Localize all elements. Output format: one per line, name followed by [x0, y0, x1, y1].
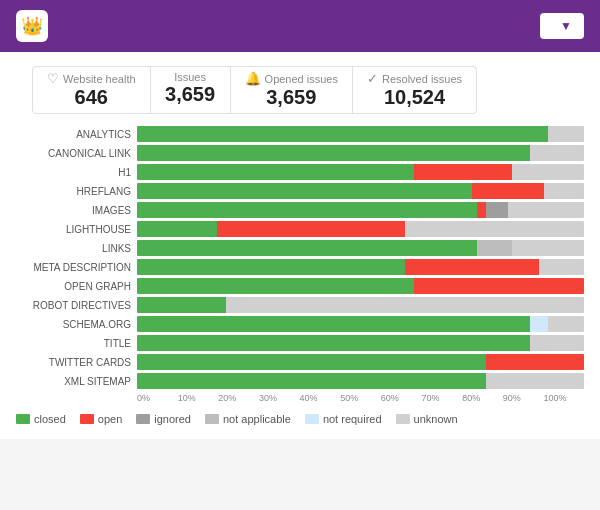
- metric-label-1: Issues: [165, 71, 216, 83]
- chevron-down-icon: ▼: [560, 19, 572, 33]
- bar-segment: [472, 183, 544, 199]
- chart-row[interactable]: ROBOT DIRECTIVES: [16, 297, 584, 313]
- bar-segment: [477, 202, 486, 218]
- row-label: HREFLANG: [16, 186, 131, 197]
- chart-row[interactable]: LIGHTHOUSE: [16, 221, 584, 237]
- chart-row[interactable]: OPEN GRAPH: [16, 278, 584, 294]
- bar-segment: [486, 354, 584, 370]
- bar-container: [137, 240, 584, 256]
- bar-segment: [137, 221, 217, 237]
- bar-segment: [530, 335, 584, 351]
- chart-row[interactable]: IMAGES: [16, 202, 584, 218]
- chart-row[interactable]: META DESCRIPTION: [16, 259, 584, 275]
- bar-segment: [414, 164, 512, 180]
- chart-row[interactable]: TWITTER CARDS: [16, 354, 584, 370]
- legend-swatch-5: [396, 414, 410, 424]
- legend-label-1: open: [98, 413, 122, 425]
- chart-row[interactable]: CANONICAL LINK: [16, 145, 584, 161]
- metric-item-1: Issues 3,659: [151, 67, 231, 113]
- bar-segment: [137, 354, 486, 370]
- bar-segment: [137, 240, 477, 256]
- row-label: ROBOT DIRECTIVES: [16, 300, 131, 311]
- metric-label-3: ✓ Resolved issues: [367, 71, 462, 86]
- row-label: META DESCRIPTION: [16, 262, 131, 273]
- chart-row[interactable]: TITLE: [16, 335, 584, 351]
- bar-container: [137, 145, 584, 161]
- bar-segment: [137, 278, 414, 294]
- row-label: LIGHTHOUSE: [16, 224, 131, 235]
- bar-segment: [414, 278, 584, 294]
- legend-item-1: open: [80, 413, 122, 425]
- row-label: LINKS: [16, 243, 131, 254]
- legend-item-0: closed: [16, 413, 66, 425]
- bar-segment: [539, 259, 584, 275]
- bar-segment: [530, 316, 548, 332]
- x-tick: 90%: [503, 393, 544, 403]
- bar-container: [137, 202, 584, 218]
- bar-segment: [137, 202, 477, 218]
- x-tick: 30%: [259, 393, 300, 403]
- x-tick: 80%: [462, 393, 503, 403]
- bar-container: [137, 221, 584, 237]
- bar-segment: [226, 297, 584, 313]
- row-label: XML SITEMAP: [16, 376, 131, 387]
- logo-icon: 👑: [16, 10, 48, 42]
- date-picker[interactable]: ▼: [540, 13, 584, 39]
- bar-segment: [137, 373, 486, 389]
- metric-label-2: 🔔 Opened issues: [245, 71, 338, 86]
- metric-icon-0: ♡: [47, 71, 59, 86]
- bar-segment: [137, 164, 414, 180]
- x-tick: 70%: [421, 393, 462, 403]
- bar-segment: [137, 316, 530, 332]
- chart-row[interactable]: XML SITEMAP: [16, 373, 584, 389]
- legend-label-5: unknown: [414, 413, 458, 425]
- bar-segment: [512, 164, 584, 180]
- bar-segment: [137, 297, 226, 313]
- legend-item-3: not applicable: [205, 413, 291, 425]
- bar-segment: [530, 145, 584, 161]
- legend-label-4: not required: [323, 413, 382, 425]
- bar-segment: [405, 259, 539, 275]
- bar-container: [137, 297, 584, 313]
- bar-segment: [486, 373, 584, 389]
- x-tick: 60%: [381, 393, 422, 403]
- legend-label-0: closed: [34, 413, 66, 425]
- bar-container: [137, 126, 584, 142]
- bar-container: [137, 183, 584, 199]
- legend-swatch-2: [136, 414, 150, 424]
- bar-container: [137, 259, 584, 275]
- chart-row[interactable]: H1: [16, 164, 584, 180]
- metric-value-0: 646: [47, 86, 136, 109]
- chart-area: ANALYTICS CANONICAL LINK H1 HREFLANG IMA…: [16, 126, 584, 389]
- metric-item-3: ✓ Resolved issues 10,524: [353, 67, 476, 113]
- x-tick: 10%: [178, 393, 219, 403]
- row-label: H1: [16, 167, 131, 178]
- metric-label-0: ♡ Website health: [47, 71, 136, 86]
- bar-segment: [512, 240, 584, 256]
- bar-segment: [137, 145, 530, 161]
- row-label: IMAGES: [16, 205, 131, 216]
- chart-row[interactable]: ANALYTICS: [16, 126, 584, 142]
- bar-segment: [137, 126, 548, 142]
- bar-segment: [137, 183, 472, 199]
- bar-segment: [405, 221, 584, 237]
- row-label: CANONICAL LINK: [16, 148, 131, 159]
- chart-row[interactable]: SCHEMA.ORG: [16, 316, 584, 332]
- bar-container: [137, 335, 584, 351]
- legend-label-3: not applicable: [223, 413, 291, 425]
- metric-value-2: 3,659: [245, 86, 338, 109]
- bar-container: [137, 278, 584, 294]
- chart-row[interactable]: LINKS: [16, 240, 584, 256]
- bar-segment: [544, 183, 584, 199]
- legend-swatch-3: [205, 414, 219, 424]
- x-axis: 0%10%20%30%40%50%60%70%80%90%100%: [137, 393, 584, 403]
- row-label: OPEN GRAPH: [16, 281, 131, 292]
- header: 👑 ▼: [0, 0, 600, 52]
- bar-container: [137, 164, 584, 180]
- row-label: SCHEMA.ORG: [16, 319, 131, 330]
- chart-row[interactable]: HREFLANG: [16, 183, 584, 199]
- x-tick: 50%: [340, 393, 381, 403]
- metric-icon-2: 🔔: [245, 71, 261, 86]
- metric-item-2: 🔔 Opened issues 3,659: [231, 67, 353, 113]
- metric-item-0: ♡ Website health 646: [33, 67, 151, 113]
